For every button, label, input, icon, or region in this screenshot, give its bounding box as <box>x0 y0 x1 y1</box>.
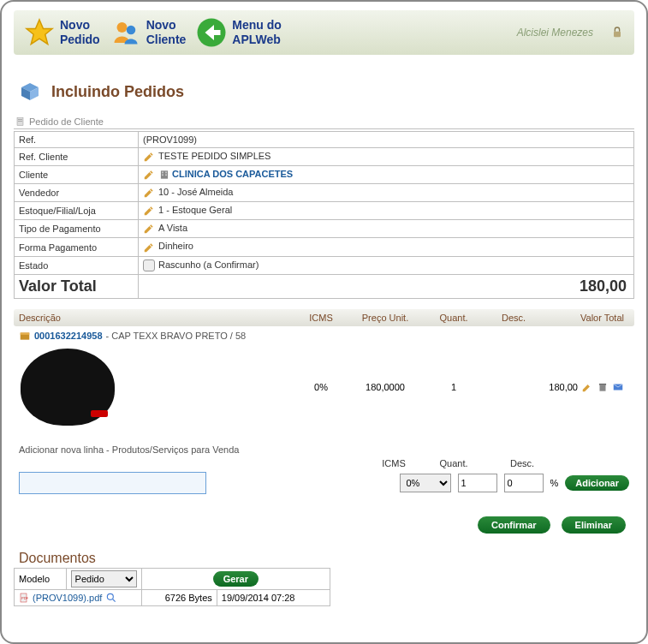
doc-file-date: 19/09/2014 07:28 <box>217 589 330 605</box>
svg-rect-7 <box>18 121 22 122</box>
pencil-icon[interactable] <box>143 223 155 235</box>
novo-cliente-button[interactable]: Novo Cliente <box>110 17 187 48</box>
star-icon <box>24 17 55 48</box>
modelo-label: Modelo <box>15 568 67 589</box>
doc-file-size: 6726 Bytes <box>141 589 217 605</box>
total-value: 180,00 <box>139 274 634 298</box>
box-icon <box>19 330 31 342</box>
pencil-icon[interactable] <box>143 187 155 199</box>
svg-rect-10 <box>165 172 167 174</box>
menu-aplweb-label: Menu do APLWeb <box>232 18 282 47</box>
draft-status-icon <box>143 259 155 271</box>
line-qt: 1 <box>424 382 484 392</box>
pencil-icon[interactable] <box>143 242 155 253</box>
svg-text:PDF: PDF <box>21 596 29 600</box>
svg-rect-16 <box>599 384 606 385</box>
adicionar-button[interactable]: Adicionar <box>565 475 629 491</box>
gerar-button[interactable]: Gerar <box>213 571 259 587</box>
vendedor-label: Vendedor <box>15 184 139 202</box>
section-label: Pedido de Cliente <box>14 115 634 129</box>
hdr-desc: Descrição <box>19 313 295 323</box>
edit-line-icon[interactable] <box>581 381 593 393</box>
addline-hdr-icms: ICMS <box>364 458 424 468</box>
svg-point-1 <box>116 22 127 33</box>
mail-line-icon[interactable] <box>612 381 624 393</box>
ref-label: Ref. <box>15 132 139 148</box>
hdr-pu: Preço Unit. <box>347 313 424 323</box>
svg-marker-0 <box>27 20 52 45</box>
menu-aplweb-button[interactable]: Menu do APLWeb <box>196 17 282 48</box>
magnifier-icon[interactable] <box>105 592 117 604</box>
pct-label: % <box>550 478 559 488</box>
documentos-title: Documentos <box>19 551 634 566</box>
pdf-icon: PDF <box>19 592 29 604</box>
novo-cliente-label: Novo Cliente <box>146 18 187 47</box>
back-arrow-icon <box>196 17 227 48</box>
addline-product-input[interactable] <box>19 472 206 494</box>
product-name: - CAP TEXX BRAVO PRETO / 58 <box>106 331 247 341</box>
hdr-icms: ICMS <box>295 313 347 323</box>
tipopag-label: Tipo de Pagamento <box>15 220 139 238</box>
estoque-label: Estoque/Filial/Loja <box>15 202 139 220</box>
svg-rect-14 <box>21 332 30 334</box>
formapag-label: Forma Pagamento <box>15 238 139 256</box>
users-icon <box>110 17 141 48</box>
pencil-icon[interactable] <box>143 151 155 163</box>
addline-label: Adicionar nova linha - Produtos/Serviços… <box>14 432 634 458</box>
pencil-icon[interactable] <box>143 169 155 181</box>
pencil-icon[interactable] <box>143 205 155 217</box>
line-vt: 180,00 <box>549 382 578 392</box>
total-label: Valor Total <box>15 274 139 298</box>
addline-desc-input[interactable] <box>504 474 544 492</box>
svg-rect-9 <box>162 172 163 174</box>
lines-header: Descrição ICMS Preço Unit. Quant. Desc. … <box>14 309 634 326</box>
documentos-table: Modelo Pedido Gerar PDF (PROV1099).pdf 6… <box>14 568 330 606</box>
addline-hdr-dc: Desc. <box>484 458 561 468</box>
top-toolbar: Novo Pedido Novo Cliente Menu do APLWeb … <box>14 10 634 55</box>
cube-icon <box>17 79 43 104</box>
svg-rect-6 <box>18 119 22 120</box>
product-image <box>21 349 115 426</box>
building-icon <box>158 169 170 181</box>
lock-icon[interactable] <box>610 26 624 39</box>
refcli-label: Ref. Cliente <box>15 148 139 166</box>
ref-value: (PROV1099) <box>139 132 634 148</box>
addline-hdr-qt: Quant. <box>424 458 484 468</box>
tipopag-value: A Vista <box>158 223 187 233</box>
addline-qty-input[interactable] <box>458 474 497 492</box>
cliente-link[interactable]: CLINICA DOS CAPACETES <box>172 169 293 179</box>
svg-point-20 <box>108 593 114 599</box>
page-title: Incluindo Pedidos <box>51 83 184 101</box>
svg-rect-12 <box>165 175 167 176</box>
hdr-vt: Valor Total <box>544 313 629 323</box>
line-pu: 180,0000 <box>347 382 424 392</box>
formapag-value: Dinheiro <box>158 241 193 251</box>
cliente-label: Cliente <box>15 166 139 184</box>
novo-pedido-label: Novo Pedido <box>60 18 100 47</box>
current-user-label: Alcislei Menezes <box>517 27 593 39</box>
line-icms: 0% <box>295 382 347 392</box>
estoque-value: 1 - Estoque Geral <box>158 205 232 215</box>
vendedor-value: 10 - José Almeida <box>158 187 233 197</box>
refcli-value: TESTE PEDIDO SIMPLES <box>158 151 270 161</box>
product-code-link[interactable]: 0001632214958 <box>34 331 103 341</box>
hdr-dc: Desc. <box>484 313 544 323</box>
estado-value: Rascunho (a Confirmar) <box>158 259 259 270</box>
order-details-table: Ref. (PROV1099) Ref. Cliente TESTE PEDID… <box>14 131 634 299</box>
line-item: 0001632214958 - CAP TEXX BRAVO PRETO / 5… <box>14 326 634 432</box>
eliminar-button[interactable]: Eliminar <box>562 516 626 534</box>
confirmar-button[interactable]: Confirmar <box>478 516 550 534</box>
addline-icms-select[interactable]: 0% <box>400 474 451 492</box>
delete-line-icon[interactable] <box>597 381 609 393</box>
estado-label: Estado <box>15 256 139 274</box>
svg-point-2 <box>126 26 135 35</box>
hdr-qt: Quant. <box>424 313 484 323</box>
novo-pedido-button[interactable]: Novo Pedido <box>24 17 100 48</box>
doc-file-link[interactable]: (PROV1099).pdf <box>33 593 102 603</box>
svg-rect-15 <box>600 385 606 391</box>
modelo-select[interactable]: Pedido <box>71 570 137 587</box>
svg-rect-4 <box>614 32 621 38</box>
svg-rect-11 <box>162 175 163 176</box>
svg-line-21 <box>113 599 116 601</box>
